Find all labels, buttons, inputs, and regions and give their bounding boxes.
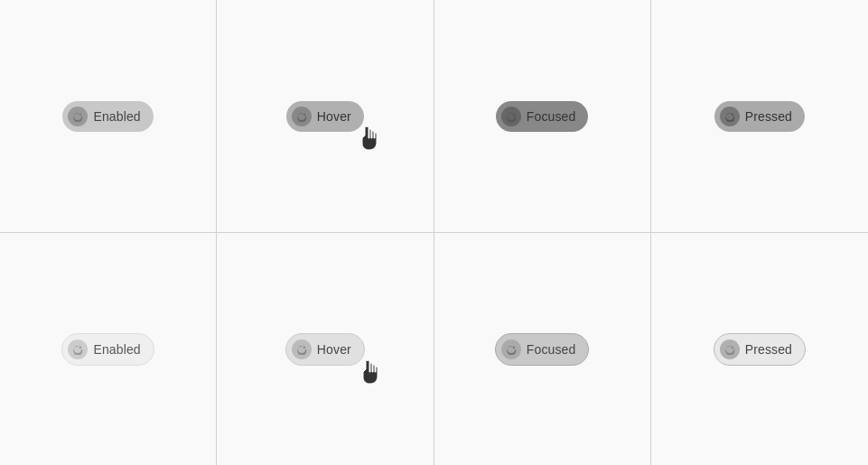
hover-wrap-outline: Hover <box>285 333 365 366</box>
btn-label-enabled-outline: Enabled <box>93 342 140 357</box>
hover-wrap-filled: Hover <box>286 101 364 132</box>
row-outline: Enabled Hover <box>0 233 868 465</box>
refresh-icon-enabled-outline <box>72 344 83 355</box>
cell-enabled-outline: Enabled <box>0 233 217 465</box>
toggle-icon-hover-outline <box>292 339 312 359</box>
toggle-btn-hover-outline[interactable]: Hover <box>285 333 365 366</box>
cell-pressed-filled: Pressed <box>651 0 868 232</box>
toggle-icon-focused-filled <box>501 107 521 126</box>
cell-hover-outline: Hover <box>217 233 434 465</box>
toggle-icon-hover-filled <box>292 107 312 126</box>
btn-label-pressed-filled: Pressed <box>745 109 792 124</box>
refresh-icon-hover-filled <box>296 111 307 122</box>
cell-hover-filled: Hover <box>217 0 434 232</box>
toggle-icon-focused-outline <box>501 339 521 359</box>
btn-label-focused-outline: Focused <box>527 342 576 357</box>
cell-pressed-outline: Pressed <box>651 233 868 465</box>
refresh-icon-focused-filled <box>506 111 517 122</box>
btn-label-enabled-filled: Enabled <box>93 109 140 124</box>
toggle-btn-pressed-outline[interactable]: Pressed <box>714 333 806 366</box>
toggle-icon-enabled-filled <box>68 107 88 126</box>
hand-cursor-filled <box>360 126 378 152</box>
refresh-icon-pressed-outline <box>724 344 735 355</box>
btn-label-hover-outline: Hover <box>317 342 351 357</box>
btn-label-hover-filled: Hover <box>317 109 351 124</box>
toggle-btn-focused-outline[interactable]: Focused <box>495 333 590 366</box>
toggle-btn-enabled-filled[interactable]: Enabled <box>62 101 153 132</box>
toggle-icon-pressed-outline <box>720 339 740 359</box>
toggle-btn-enabled-outline[interactable]: Enabled <box>61 333 154 366</box>
refresh-icon-hover-outline <box>296 344 307 355</box>
btn-label-pressed-outline: Pressed <box>745 342 792 357</box>
row-filled: Enabled Hover <box>0 0 868 233</box>
refresh-icon-enabled-filled <box>72 111 83 122</box>
toggle-btn-focused-filled[interactable]: Focused <box>496 101 589 132</box>
toggle-btn-pressed-filled[interactable]: Pressed <box>714 101 805 132</box>
toggle-icon-pressed-filled <box>720 107 740 126</box>
toggle-btn-hover-filled[interactable]: Hover <box>286 101 364 132</box>
toggle-icon-enabled-outline <box>68 339 88 359</box>
btn-label-focused-filled: Focused <box>527 109 576 124</box>
hand-cursor-outline <box>361 360 379 386</box>
refresh-icon-focused-outline <box>506 344 517 355</box>
cell-focused-outline: Focused <box>434 233 651 465</box>
refresh-icon-pressed-filled <box>724 111 735 122</box>
cell-enabled-filled: Enabled <box>0 0 217 232</box>
cell-focused-filled: Focused <box>434 0 651 232</box>
